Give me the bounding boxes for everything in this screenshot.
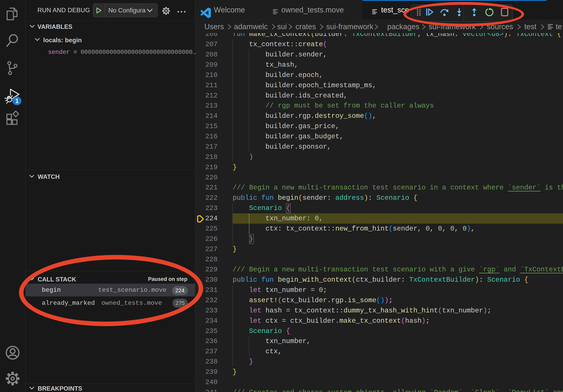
svg-text:1: 1 [15,97,19,105]
